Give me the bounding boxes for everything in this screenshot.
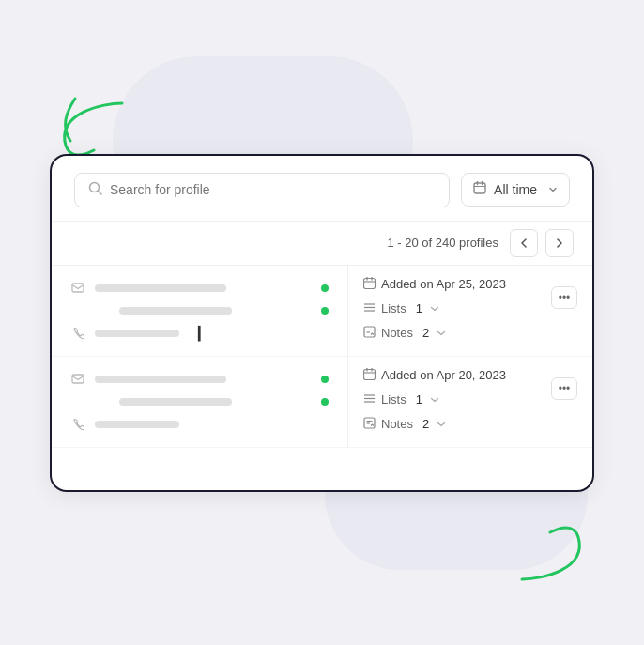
profile-row-email-2 xyxy=(70,372,329,387)
profile-right-1: Added on Apr 25, 2023 Lists 1 xyxy=(348,266,592,356)
next-page-button[interactable] xyxy=(545,229,574,257)
lists-icon-1 xyxy=(363,301,376,316)
title-bar-1 xyxy=(119,307,232,315)
table-row: ▎ Added on Apr 25, 2023 xyxy=(52,266,592,357)
calendar-icon-small-1 xyxy=(363,277,376,292)
notes-row-2: Notes 2 xyxy=(363,417,577,432)
svg-rect-6 xyxy=(72,284,84,292)
phone-icon-1 xyxy=(70,326,85,341)
status-dot-1 xyxy=(321,284,329,292)
search-input[interactable] xyxy=(110,182,436,197)
more-button-1[interactable]: ••• xyxy=(551,286,577,309)
profile-row-name-2 xyxy=(70,394,329,409)
lists-label-2: Lists xyxy=(381,392,406,407)
lists-dropdown-2[interactable] xyxy=(430,392,439,407)
svg-line-1 xyxy=(99,191,102,194)
status-dot-4 xyxy=(321,398,329,406)
notes-icon-2 xyxy=(363,417,376,432)
lists-count-2: 1 xyxy=(416,392,422,407)
top-bar: All time xyxy=(52,156,592,222)
name-bar-2 xyxy=(95,376,226,383)
profile-list: ▎ Added on Apr 25, 2023 xyxy=(52,266,592,448)
profile-right-2: Added on Apr 20, 2023 Lists 1 xyxy=(348,357,592,447)
profile-left-1: ▎ xyxy=(52,266,348,356)
notes-label-2: Notes xyxy=(381,417,413,431)
lists-row-2: Lists 1 ••• xyxy=(363,389,577,411)
phone-bar-2 xyxy=(95,421,179,428)
notes-label-1: Notes xyxy=(381,326,413,340)
lists-dropdown-1[interactable] xyxy=(430,301,439,315)
name-bar-1 xyxy=(95,284,226,292)
added-date-label-2: Added on Apr 20, 2023 xyxy=(381,368,506,382)
status-dot-3 xyxy=(321,376,329,383)
email-icon xyxy=(70,281,85,296)
status-dot-2 xyxy=(321,307,329,315)
chevron-down-icon xyxy=(548,181,558,198)
profile-row-email-1 xyxy=(70,281,329,296)
prev-page-button[interactable] xyxy=(510,229,538,257)
notes-icon-1 xyxy=(363,326,376,341)
title-bar-2 xyxy=(119,398,232,406)
notes-dropdown-2[interactable] xyxy=(437,417,446,431)
svg-rect-15 xyxy=(72,375,84,383)
search-icon xyxy=(88,181,102,199)
spacer-icon-2 xyxy=(70,394,85,409)
date-filter-label: All time xyxy=(494,182,537,197)
date-filter[interactable]: All time xyxy=(461,173,570,207)
profile-left-2 xyxy=(52,357,348,447)
lists-count-1: 1 xyxy=(416,301,422,315)
svg-rect-2 xyxy=(474,183,485,193)
cursor-indicator: ▎ xyxy=(198,326,208,341)
added-date-row-2: Added on Apr 20, 2023 xyxy=(363,368,577,383)
calendar-icon-small-2 xyxy=(363,368,376,383)
svg-rect-7 xyxy=(364,278,376,288)
more-button-2[interactable]: ••• xyxy=(551,377,577,400)
profile-row-phone-1: ▎ xyxy=(70,326,329,341)
lists-label-1: Lists xyxy=(381,301,406,315)
phone-bar-1 xyxy=(95,330,179,337)
lists-icon-2 xyxy=(363,392,376,407)
pagination-row: 1 - 20 of 240 profiles xyxy=(52,222,592,266)
added-date-label-1: Added on Apr 25, 2023 xyxy=(381,277,506,291)
notes-row-1: Notes 2 xyxy=(363,326,577,341)
svg-rect-16 xyxy=(364,369,376,379)
green-curve-top-left xyxy=(47,94,131,160)
pagination-text: 1 - 20 of 240 profiles xyxy=(387,236,498,250)
added-date-row-1: Added on Apr 25, 2023 xyxy=(363,277,577,292)
notes-count-2: 2 xyxy=(422,417,429,431)
email-icon-2 xyxy=(70,372,85,387)
profile-row-name-1 xyxy=(70,303,329,318)
table-row: Added on Apr 20, 2023 Lists 1 xyxy=(52,357,592,448)
profile-row-phone-2 xyxy=(70,417,329,432)
main-card: All time 1 - 20 of 240 profiles xyxy=(50,154,594,492)
calendar-icon xyxy=(473,181,486,198)
phone-icon-2 xyxy=(70,417,85,432)
search-box[interactable] xyxy=(74,173,450,207)
green-curve-bottom-right xyxy=(513,514,597,589)
spacer-icon-1 xyxy=(70,303,85,318)
notes-dropdown-1[interactable] xyxy=(437,326,446,340)
lists-row-1: Lists 1 ••• xyxy=(363,298,577,320)
notes-count-1: 2 xyxy=(422,326,429,340)
